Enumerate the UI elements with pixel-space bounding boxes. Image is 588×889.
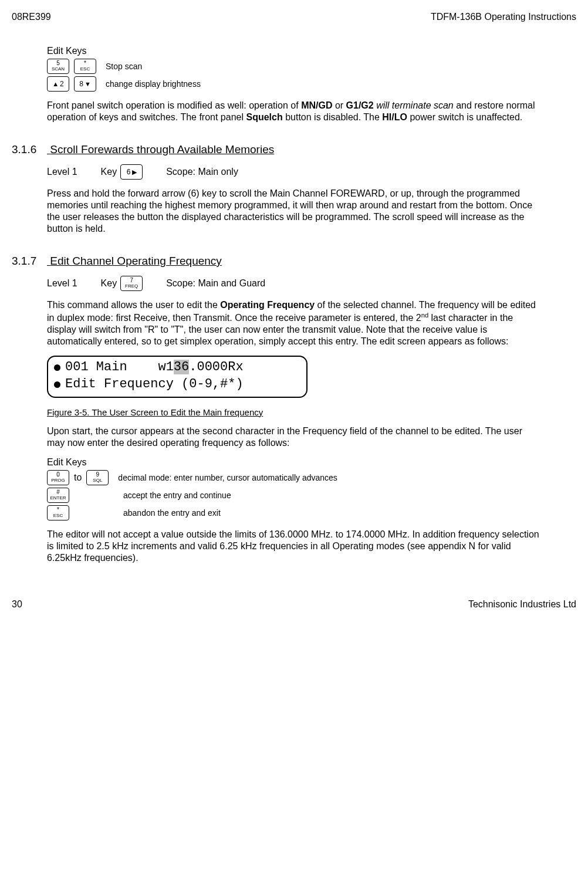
section-317-level-row: Level 1 Key 7 FREQ Scope: Main and Guard [47, 276, 541, 291]
arrow-right-icon: ▶ [132, 169, 137, 175]
key-row-decimal: 0 PROG to 9 SQL decimal mode: enter numb… [47, 470, 541, 485]
section-316-heading: 3.1.6 Scroll Forewards through Available… [12, 143, 541, 156]
key-desc-stop-scan: Stop scan [106, 62, 142, 71]
level-label: Level 1 [47, 167, 77, 177]
key-desc-abandon: abandon the entry and exit [123, 508, 221, 518]
key-row-accept: # ENTER accept the entry and continue [47, 488, 541, 503]
key-row-stop-scan: 5 SCAN * ESC Stop scan [47, 59, 541, 74]
key-row-brightness: ▲ 2 8 ▼ change display brightness [47, 76, 541, 92]
key-star-esc-2: * ESC [47, 505, 69, 520]
level-label: Level 1 [47, 278, 77, 289]
lcd-line-2: Edit Frequency (0-9,#*) [54, 376, 300, 393]
key-6-right: 6 ▶ [120, 164, 143, 180]
figure-caption: Figure 3-5. The User Screen to Edit the … [47, 407, 541, 417]
lcd-line-1: 001 Main w136.0000Rx [54, 359, 300, 376]
key-5-scan: 5 SCAN [47, 59, 69, 74]
to-label: to [74, 472, 82, 483]
key-label-and-box: Key 6 ▶ [101, 164, 143, 180]
edit-keys-heading: Edit Keys [47, 46, 541, 56]
lcd-display: 001 Main w136.0000Rx Edit Frequency (0-9… [47, 356, 307, 397]
key-7-freq: 7 FREQ [120, 276, 143, 291]
arrow-down-icon: ▼ [85, 81, 91, 87]
company-name: Technisonic Industries Ltd [468, 599, 576, 610]
doc-number: 08RE399 [12, 12, 51, 22]
scope-label: Scope: Main and Guard [166, 278, 265, 289]
key-star-esc: * ESC [74, 59, 96, 74]
key-desc-accept: accept the entry and continue [123, 491, 231, 500]
key-row-abandon: * ESC abandon the entry and exit [47, 505, 541, 520]
arrow-up-icon: ▲ [52, 81, 59, 87]
page: 08RE399 TDFM-136B Operating Instructions… [0, 0, 588, 621]
indicator-dot-icon [54, 364, 60, 371]
editor-limits-paragraph: The editor will not accept a value outsi… [47, 529, 541, 564]
scope-label: Scope: Main only [166, 167, 238, 177]
section-317-paragraph-1: This command allows the user to edit the… [47, 299, 541, 347]
page-footer: 30 Technisonic Industries Ltd [12, 599, 576, 610]
upon-start-paragraph: Upon start, the cursor appears at the se… [47, 425, 541, 449]
key-9-sql: 9 SQL [86, 470, 109, 485]
content: Edit Keys 5 SCAN * ESC Stop scan ▲ 2 8 ▼… [12, 46, 576, 564]
key-desc-brightness: change display brightness [106, 79, 201, 89]
key-label-and-box: Key 7 FREQ [101, 276, 143, 291]
key-hash-enter: # ENTER [47, 488, 69, 503]
page-header: 08RE399 TDFM-136B Operating Instructions [12, 12, 576, 22]
section-316-level-row: Level 1 Key 6 ▶ Scope: Main only [47, 164, 541, 180]
key-8-down: 8 ▼ [74, 76, 96, 92]
key-2-up: ▲ 2 [47, 76, 69, 92]
section-316-paragraph: Press and hold the forward arrow (6) key… [47, 188, 541, 235]
doc-title: TDFM-136B Operating Instructions [431, 12, 576, 22]
page-number: 30 [12, 599, 22, 610]
section-317-heading: 3.1.7 Edit Channel Operating Frequency [12, 255, 541, 268]
indicator-dot-icon [54, 381, 60, 388]
edit-keys-heading-2: Edit Keys [47, 457, 541, 468]
key-desc-decimal: decimal mode: enter number, cursor autom… [118, 473, 337, 482]
key-0-prog: 0 PROG [47, 470, 69, 485]
front-panel-paragraph: Front panel switch operation is modified… [47, 100, 541, 123]
